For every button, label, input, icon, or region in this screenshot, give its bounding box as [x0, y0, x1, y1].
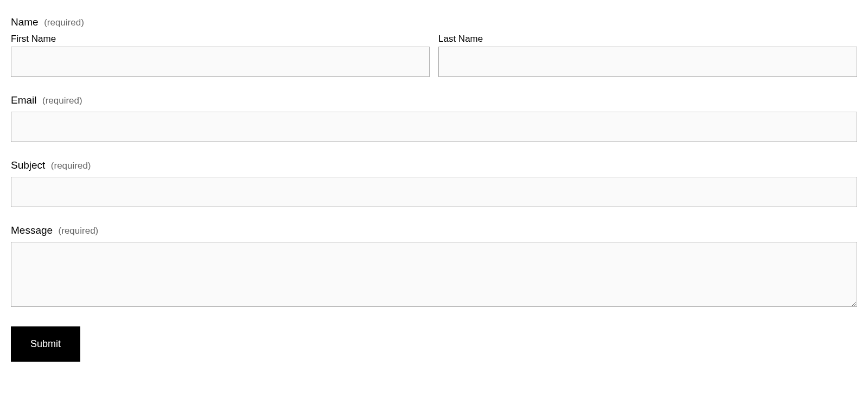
email-label: Email [11, 94, 37, 106]
name-label: Name [11, 16, 39, 28]
email-input[interactable] [11, 112, 857, 142]
first-name-input[interactable] [11, 47, 430, 77]
email-required: (required) [42, 95, 82, 106]
message-label: Message [11, 224, 53, 236]
message-group: Message (required) [11, 224, 857, 309]
message-textarea[interactable] [11, 242, 857, 307]
subject-input[interactable] [11, 177, 857, 207]
email-label-row: Email (required) [11, 94, 857, 108]
subject-label-row: Subject (required) [11, 159, 857, 174]
message-required: (required) [59, 226, 99, 236]
subject-required: (required) [51, 161, 91, 171]
last-name-label: Last Name [438, 34, 857, 44]
submit-button[interactable]: Submit [11, 326, 80, 362]
name-group: Name (required) First Name Last Name [11, 16, 857, 77]
email-group: Email (required) [11, 94, 857, 142]
subject-group: Subject (required) [11, 159, 857, 207]
name-label-row: Name (required) [11, 16, 857, 30]
first-name-col: First Name [11, 34, 430, 77]
last-name-input[interactable] [438, 47, 857, 77]
contact-form: Name (required) First Name Last Name Ema… [11, 16, 857, 362]
subject-label: Subject [11, 159, 45, 171]
name-required: (required) [44, 17, 84, 28]
name-row: First Name Last Name [11, 34, 857, 77]
last-name-col: Last Name [438, 34, 857, 77]
message-label-row: Message (required) [11, 224, 857, 239]
first-name-label: First Name [11, 34, 430, 44]
